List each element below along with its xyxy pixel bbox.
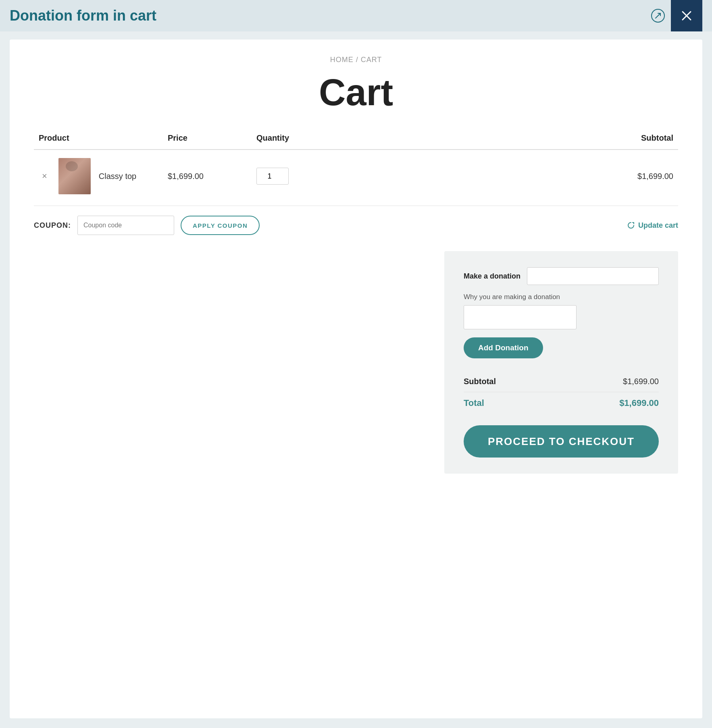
update-cart-button[interactable]: Update cart (627, 221, 678, 230)
quantity-input[interactable] (256, 168, 289, 185)
table-row: × Classy top $1,699.00 $1,699.00 (34, 150, 678, 202)
total-value: $1,699.00 (619, 398, 659, 408)
donation-amount-input[interactable] (527, 267, 659, 285)
col-header-subtotal: Subtotal (340, 127, 678, 150)
donation-reason-group: Why you are making a donation (464, 293, 659, 329)
main-card: HOME / CART Cart Product Price Quantity … (10, 40, 702, 718)
svg-line-1 (656, 13, 660, 18)
top-bar: Donation form in cart (0, 0, 712, 31)
product-price: $1,699.00 (163, 150, 252, 202)
total-row: Total $1,699.00 (464, 392, 659, 414)
donation-reason-input[interactable] (464, 305, 577, 329)
bottom-left (34, 251, 444, 474)
col-header-product: Product (34, 127, 163, 150)
coupon-row: COUPON: APPLY COUPON Update cart (34, 216, 678, 235)
donation-amount-label: Make a donation (464, 272, 520, 281)
content-area: HOME / CART Cart Product Price Quantity … (0, 31, 712, 728)
totals-table: Subtotal $1,699.00 Total $1,699.00 (464, 371, 659, 414)
subtotal-row: Subtotal $1,699.00 (464, 371, 659, 392)
page-title-header: Donation form in cart (10, 7, 156, 24)
proceed-to-checkout-button[interactable]: PROCEED TO CHECKOUT (464, 425, 659, 458)
bottom-section: Make a donation Why you are making a don… (34, 251, 678, 474)
coupon-left: COUPON: APPLY COUPON (34, 216, 260, 235)
col-header-quantity: Quantity (252, 127, 340, 150)
close-button[interactable] (671, 0, 702, 31)
col-header-price: Price (163, 127, 252, 150)
refresh-icon (627, 221, 635, 229)
open-link-icon (651, 8, 665, 23)
product-subtotal: $1,699.00 (340, 150, 678, 202)
apply-coupon-button[interactable]: APPLY COUPON (181, 216, 260, 235)
top-bar-actions (645, 0, 702, 31)
update-cart-label: Update cart (638, 221, 678, 230)
product-quantity-cell (252, 150, 340, 202)
breadcrumb: HOME / CART (34, 56, 678, 64)
coupon-input[interactable] (77, 216, 174, 235)
remove-item-button[interactable]: × (39, 169, 50, 183)
product-cell: × Classy top (34, 150, 163, 202)
product-name: Classy top (99, 172, 136, 181)
close-icon (679, 8, 694, 23)
product-image (58, 158, 91, 194)
coupon-label: COUPON: (34, 221, 71, 230)
subtotal-value: $1,699.00 (623, 377, 659, 386)
open-link-button[interactable] (645, 3, 671, 29)
cart-title: Cart (34, 74, 678, 111)
total-label: Total (464, 398, 484, 408)
cart-table: Product Price Quantity Subtotal × Classy… (34, 127, 678, 202)
subtotal-label: Subtotal (464, 377, 496, 386)
table-separator (34, 206, 678, 206)
donation-amount-row: Make a donation (464, 267, 659, 285)
order-summary-panel: Make a donation Why you are making a don… (444, 251, 678, 474)
donation-reason-label: Why you are making a donation (464, 293, 659, 301)
add-donation-button[interactable]: Add Donation (464, 337, 543, 358)
